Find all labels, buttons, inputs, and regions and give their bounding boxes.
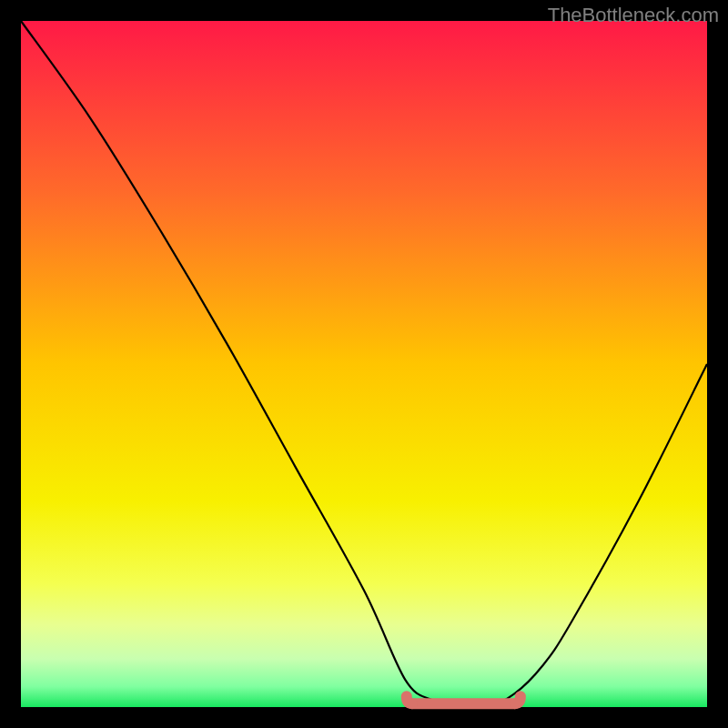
bottleneck-chart	[0, 0, 728, 728]
chart-container: TheBottleneck.com	[0, 0, 728, 728]
optimal-range-end	[407, 696, 412, 703]
plot-background	[21, 21, 707, 707]
attribution-label: TheBottleneck.com	[548, 4, 719, 27]
optimal-range-end	[515, 696, 521, 703]
